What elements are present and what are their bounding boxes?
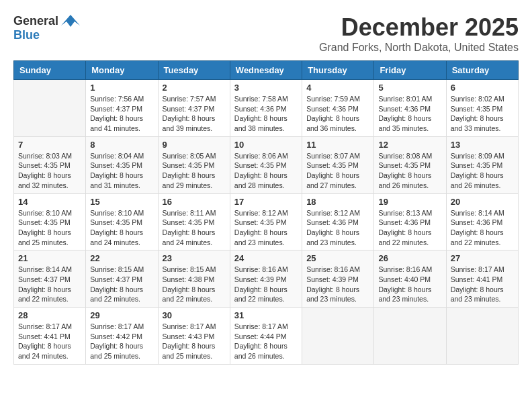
month-title: December 2025: [319, 13, 519, 42]
day-info: Sunrise: 8:13 AM Sunset: 4:36 PM Dayligh…: [378, 208, 441, 248]
day-header-thursday: Thursday: [302, 61, 374, 80]
logo-bird-icon: [61, 13, 80, 28]
day-number: 25: [306, 253, 369, 263]
day-info: Sunrise: 8:15 AM Sunset: 4:37 PM Dayligh…: [90, 265, 153, 304]
calendar-day-10: 10Sunrise: 8:06 AM Sunset: 4:35 PM Dayli…: [230, 136, 302, 193]
day-number: 30: [163, 310, 226, 320]
day-number: 19: [378, 197, 441, 207]
calendar-day-31: 31Sunrise: 8:17 AM Sunset: 4:44 PM Dayli…: [230, 308, 302, 365]
day-info: Sunrise: 8:17 AM Sunset: 4:43 PM Dayligh…: [163, 322, 226, 361]
day-number: 20: [451, 197, 514, 207]
day-header-saturday: Saturday: [446, 61, 518, 80]
day-number: 2: [163, 83, 226, 93]
day-info: Sunrise: 8:16 AM Sunset: 4:39 PM Dayligh…: [306, 265, 369, 304]
day-number: 23: [163, 253, 226, 263]
day-info: Sunrise: 8:05 AM Sunset: 4:35 PM Dayligh…: [163, 151, 226, 191]
day-header-sunday: Sunday: [14, 61, 86, 80]
day-number: 10: [234, 140, 298, 150]
calendar-day-12: 12Sunrise: 8:08 AM Sunset: 4:35 PM Dayli…: [374, 136, 446, 193]
calendar-day-8: 8Sunrise: 8:04 AM Sunset: 4:35 PM Daylig…: [86, 136, 158, 193]
day-info: Sunrise: 8:17 AM Sunset: 4:42 PM Dayligh…: [90, 322, 153, 361]
day-info: Sunrise: 8:17 AM Sunset: 4:44 PM Dayligh…: [234, 322, 298, 361]
calendar-day-25: 25Sunrise: 8:16 AM Sunset: 4:39 PM Dayli…: [302, 250, 374, 308]
calendar-week-row: 7Sunrise: 8:03 AM Sunset: 4:35 PM Daylig…: [14, 136, 519, 193]
day-info: Sunrise: 8:12 AM Sunset: 4:35 PM Dayligh…: [234, 208, 298, 248]
day-info: Sunrise: 8:12 AM Sunset: 4:36 PM Dayligh…: [306, 208, 369, 248]
calendar-day-16: 16Sunrise: 8:11 AM Sunset: 4:35 PM Dayli…: [158, 193, 230, 250]
page-header: General Blue December 2025 Grand Forks, …: [13, 13, 519, 54]
day-info: Sunrise: 8:09 AM Sunset: 4:35 PM Dayligh…: [451, 151, 514, 191]
calendar-day-1: 1Sunrise: 7:56 AM Sunset: 4:37 PM Daylig…: [86, 80, 158, 137]
day-info: Sunrise: 7:56 AM Sunset: 4:37 PM Dayligh…: [90, 94, 153, 134]
calendar-table: SundayMondayTuesdayWednesdayThursdayFrid…: [13, 60, 519, 365]
calendar-day-19: 19Sunrise: 8:13 AM Sunset: 4:36 PM Dayli…: [374, 193, 446, 250]
calendar-day-14: 14Sunrise: 8:10 AM Sunset: 4:35 PM Dayli…: [14, 193, 86, 250]
calendar-empty-cell: [446, 308, 518, 365]
day-number: 6: [451, 83, 514, 93]
day-number: 9: [163, 140, 226, 150]
day-info: Sunrise: 8:14 AM Sunset: 4:36 PM Dayligh…: [451, 208, 514, 248]
day-number: 24: [234, 253, 298, 263]
day-info: Sunrise: 8:17 AM Sunset: 4:41 PM Dayligh…: [451, 265, 514, 304]
logo-blue-text: Blue: [13, 28, 40, 42]
calendar-day-11: 11Sunrise: 8:07 AM Sunset: 4:35 PM Dayli…: [302, 136, 374, 193]
day-number: 5: [378, 83, 441, 93]
calendar-day-24: 24Sunrise: 8:16 AM Sunset: 4:39 PM Dayli…: [230, 250, 302, 308]
calendar-empty-cell: [374, 308, 446, 365]
day-info: Sunrise: 8:11 AM Sunset: 4:35 PM Dayligh…: [163, 208, 226, 248]
calendar-week-row: 28Sunrise: 8:17 AM Sunset: 4:41 PM Dayli…: [14, 308, 519, 365]
calendar-week-row: 21Sunrise: 8:14 AM Sunset: 4:37 PM Dayli…: [14, 250, 519, 308]
day-number: 7: [18, 140, 81, 150]
day-info: Sunrise: 8:10 AM Sunset: 4:35 PM Dayligh…: [18, 208, 81, 248]
day-number: 22: [90, 253, 153, 263]
day-header-friday: Friday: [374, 61, 446, 80]
day-number: 14: [18, 197, 81, 207]
calendar-day-15: 15Sunrise: 8:10 AM Sunset: 4:35 PM Dayli…: [86, 193, 158, 250]
day-number: 18: [306, 197, 369, 207]
title-section: December 2025 Grand Forks, North Dakota,…: [319, 13, 519, 54]
day-info: Sunrise: 8:04 AM Sunset: 4:35 PM Dayligh…: [90, 151, 153, 191]
calendar-empty-cell: [14, 80, 86, 137]
calendar-empty-cell: [302, 308, 374, 365]
day-number: 11: [306, 140, 369, 150]
day-number: 4: [306, 83, 369, 93]
day-info: Sunrise: 8:16 AM Sunset: 4:39 PM Dayligh…: [234, 265, 298, 304]
day-info: Sunrise: 8:07 AM Sunset: 4:35 PM Dayligh…: [306, 151, 369, 191]
day-number: 15: [90, 197, 153, 207]
day-info: Sunrise: 7:57 AM Sunset: 4:37 PM Dayligh…: [163, 94, 226, 134]
day-info: Sunrise: 8:06 AM Sunset: 4:35 PM Dayligh…: [234, 151, 298, 191]
calendar-day-18: 18Sunrise: 8:12 AM Sunset: 4:36 PM Dayli…: [302, 193, 374, 250]
day-header-tuesday: Tuesday: [158, 61, 230, 80]
logo: General Blue: [13, 13, 80, 42]
calendar-day-30: 30Sunrise: 8:17 AM Sunset: 4:43 PM Dayli…: [158, 308, 230, 365]
day-number: 17: [234, 197, 298, 207]
day-info: Sunrise: 8:02 AM Sunset: 4:35 PM Dayligh…: [451, 94, 514, 134]
calendar-day-29: 29Sunrise: 8:17 AM Sunset: 4:42 PM Dayli…: [86, 308, 158, 365]
calendar-week-row: 14Sunrise: 8:10 AM Sunset: 4:35 PM Dayli…: [14, 193, 519, 250]
day-info: Sunrise: 8:15 AM Sunset: 4:38 PM Dayligh…: [163, 265, 226, 304]
day-info: Sunrise: 7:59 AM Sunset: 4:36 PM Dayligh…: [306, 94, 369, 134]
day-number: 29: [90, 310, 153, 320]
calendar-day-21: 21Sunrise: 8:14 AM Sunset: 4:37 PM Dayli…: [14, 250, 86, 308]
day-info: Sunrise: 8:14 AM Sunset: 4:37 PM Dayligh…: [18, 265, 81, 304]
calendar-day-17: 17Sunrise: 8:12 AM Sunset: 4:35 PM Dayli…: [230, 193, 302, 250]
svg-marker-0: [61, 15, 80, 27]
day-info: Sunrise: 8:03 AM Sunset: 4:35 PM Dayligh…: [18, 151, 81, 191]
day-info: Sunrise: 7:58 AM Sunset: 4:36 PM Dayligh…: [234, 94, 298, 134]
calendar-day-23: 23Sunrise: 8:15 AM Sunset: 4:38 PM Dayli…: [158, 250, 230, 308]
calendar-day-3: 3Sunrise: 7:58 AM Sunset: 4:36 PM Daylig…: [230, 80, 302, 137]
calendar-day-22: 22Sunrise: 8:15 AM Sunset: 4:37 PM Dayli…: [86, 250, 158, 308]
calendar-day-20: 20Sunrise: 8:14 AM Sunset: 4:36 PM Dayli…: [446, 193, 518, 250]
calendar-day-7: 7Sunrise: 8:03 AM Sunset: 4:35 PM Daylig…: [14, 136, 86, 193]
day-number: 3: [234, 83, 298, 93]
day-number: 16: [163, 197, 226, 207]
calendar-day-9: 9Sunrise: 8:05 AM Sunset: 4:35 PM Daylig…: [158, 136, 230, 193]
calendar-day-26: 26Sunrise: 8:16 AM Sunset: 4:40 PM Dayli…: [374, 250, 446, 308]
day-number: 1: [90, 83, 153, 93]
calendar-day-28: 28Sunrise: 8:17 AM Sunset: 4:41 PM Dayli…: [14, 308, 86, 365]
day-info: Sunrise: 8:10 AM Sunset: 4:35 PM Dayligh…: [90, 208, 153, 248]
calendar-day-4: 4Sunrise: 7:59 AM Sunset: 4:36 PM Daylig…: [302, 80, 374, 137]
calendar-day-2: 2Sunrise: 7:57 AM Sunset: 4:37 PM Daylig…: [158, 80, 230, 137]
day-info: Sunrise: 8:17 AM Sunset: 4:41 PM Dayligh…: [18, 322, 81, 361]
day-number: 12: [378, 140, 441, 150]
